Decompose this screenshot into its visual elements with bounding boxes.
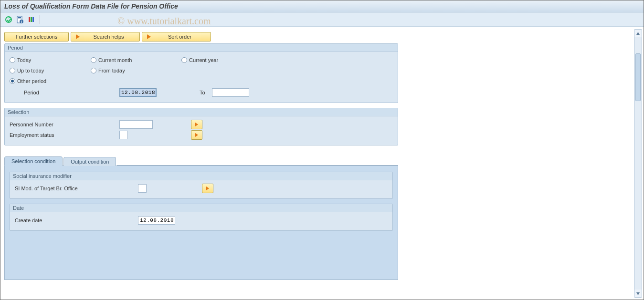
scroll-down-icon[interactable] — [634, 290, 642, 297]
employment-status-label: Employment status — [10, 132, 119, 138]
tab-panel-selection-condition: Social insurance modifier SI Mod. of Tar… — [4, 166, 398, 280]
si-modifier-group: Social insurance modifier SI Mod. of Tar… — [10, 172, 393, 199]
radio-current-month[interactable]: Current month — [91, 57, 181, 63]
personnel-number-label: Personnel Number — [10, 122, 119, 127]
period-to-input[interactable] — [212, 88, 249, 97]
tab-selection-condition[interactable]: Selection condition — [4, 156, 63, 166]
svg-rect-3 — [18, 19, 21, 19]
scroll-up-icon[interactable] — [634, 30, 642, 37]
radio-label: From today — [98, 68, 125, 73]
radio-label: Current month — [98, 57, 132, 63]
app-toolbar: i — [0, 12, 644, 27]
sort-order-button[interactable]: Sort order — [142, 32, 211, 41]
button-label: Search helps — [83, 34, 135, 40]
arrow-right-icon — [195, 123, 198, 126]
svg-rect-7 — [31, 17, 32, 22]
client-area: Further selections Search helps Sort ord… — [0, 29, 633, 298]
si-mod-input[interactable] — [138, 184, 147, 193]
radio-current-year[interactable]: Current year — [181, 57, 218, 63]
svg-rect-2 — [18, 17, 21, 18]
arrow-right-icon — [147, 34, 151, 39]
further-selections-button[interactable]: Further selections — [4, 32, 69, 41]
selection-group: Selection Personnel Number Employment st… — [4, 108, 398, 145]
group-legend: Selection — [5, 108, 398, 116]
personnel-number-input[interactable] — [119, 120, 153, 129]
radio-from-today[interactable]: From today — [91, 68, 125, 73]
arrow-right-icon — [76, 34, 80, 39]
svg-rect-8 — [32, 17, 34, 22]
radio-today[interactable]: Today — [10, 57, 91, 63]
svg-text:i: i — [21, 20, 22, 23]
search-helps-button[interactable]: Search helps — [71, 32, 140, 41]
radio-label: Current year — [189, 57, 218, 63]
radio-other-period[interactable]: Other period — [10, 78, 46, 84]
employment-status-input[interactable] — [119, 131, 128, 139]
radio-up-to-today[interactable]: Up to today — [10, 68, 91, 73]
create-date-input[interactable] — [138, 216, 175, 225]
employment-multiple-selection-button[interactable] — [191, 130, 202, 140]
scroll-thumb[interactable] — [635, 53, 641, 101]
button-label: Further selections — [16, 34, 57, 40]
radio-label: Other period — [17, 78, 46, 84]
si-mod-multiple-selection-button[interactable] — [202, 184, 213, 193]
period-from-input[interactable] — [119, 88, 157, 97]
group-legend: Social insurance modifier — [10, 172, 392, 180]
group-legend: Date — [10, 204, 392, 212]
radio-label: Up to today — [17, 68, 44, 73]
si-mod-label: SI Mod. of Target Br. Office — [15, 186, 138, 191]
tab-output-condition[interactable]: Output condition — [63, 157, 116, 166]
vertical-scrollbar[interactable] — [634, 29, 642, 298]
page-title: Loss of Qualification Form Data File for… — [0, 0, 644, 12]
toolbar-separator — [40, 15, 40, 24]
period-label: Period — [24, 90, 119, 95]
personnel-multiple-selection-button[interactable] — [191, 120, 202, 129]
period-to-label: To — [200, 90, 212, 95]
execute-icon[interactable] — [4, 15, 13, 24]
svg-rect-6 — [29, 17, 30, 22]
arrow-right-icon — [206, 186, 209, 190]
button-label: Sort order — [154, 34, 206, 40]
arrow-right-icon — [195, 133, 198, 137]
period-group: Period Today Current month Current year … — [4, 43, 398, 103]
date-group: Date Create date — [10, 204, 393, 231]
create-date-label: Create date — [15, 217, 138, 223]
radio-label: Today — [17, 57, 31, 63]
group-legend: Period — [5, 44, 398, 52]
bars-icon[interactable] — [27, 15, 36, 24]
doc-info-icon[interactable]: i — [16, 15, 24, 24]
